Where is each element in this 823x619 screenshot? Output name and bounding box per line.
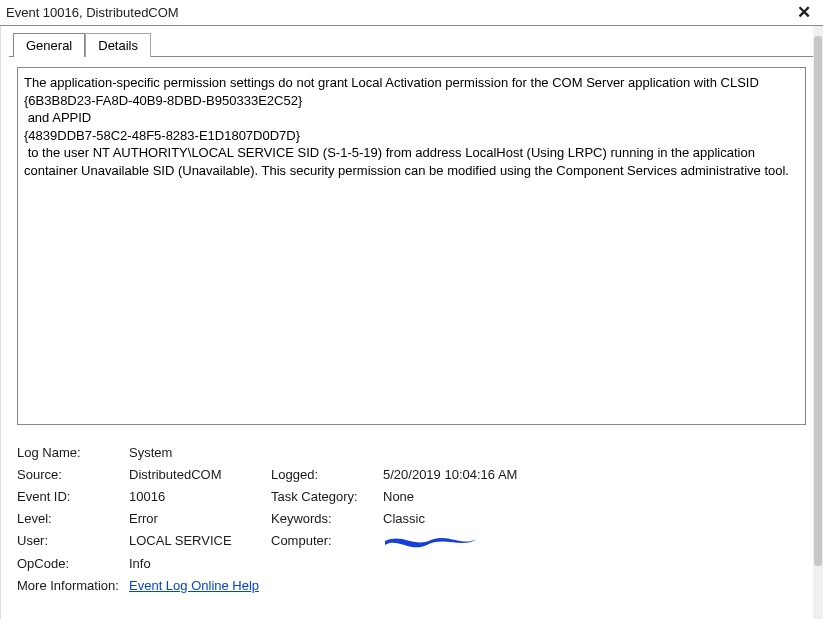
value-logged: 5/20/2019 10:04:16 AM xyxy=(383,467,806,482)
label-source: Source: xyxy=(17,467,127,482)
label-computer: Computer: xyxy=(271,533,381,549)
scrollbar-thumb[interactable] xyxy=(814,36,822,566)
tab-details-label: Details xyxy=(98,38,138,53)
tab-body-general: The application-specific permission sett… xyxy=(9,56,814,609)
tab-strip: General Details xyxy=(9,32,814,57)
close-icon[interactable]: ✕ xyxy=(793,4,815,21)
meta-grid: Log Name: System Source: DistributedCOM … xyxy=(17,445,806,593)
event-log-help-link[interactable]: Event Log Online Help xyxy=(129,578,259,593)
event-properties-window: Event 10016, DistributedCOM ✕ General De… xyxy=(0,0,823,619)
titlebar: Event 10016, DistributedCOM ✕ xyxy=(0,0,823,26)
label-log-name: Log Name: xyxy=(17,445,127,460)
label-user: User: xyxy=(17,533,127,549)
value-level: Error xyxy=(129,511,269,526)
redaction-mark-icon xyxy=(383,535,475,549)
label-logged: Logged: xyxy=(271,467,381,482)
label-event-id: Event ID: xyxy=(17,489,127,504)
label-keywords: Keywords: xyxy=(271,511,381,526)
tab-details[interactable]: Details xyxy=(85,33,151,57)
value-task-category: None xyxy=(383,489,806,504)
content-area: General Details The application-specific… xyxy=(0,26,823,619)
value-user: LOCAL SERVICE xyxy=(129,533,269,549)
value-opcode: Info xyxy=(129,556,269,571)
window-title: Event 10016, DistributedCOM xyxy=(6,5,179,20)
label-level: Level: xyxy=(17,511,127,526)
tab-general-label: General xyxy=(26,38,72,53)
scrollbar-track[interactable] xyxy=(813,26,823,619)
label-task-category: Task Category: xyxy=(271,489,381,504)
label-opcode: OpCode: xyxy=(17,556,127,571)
tab-general[interactable]: General xyxy=(13,33,85,57)
event-description[interactable]: The application-specific permission sett… xyxy=(17,67,806,425)
value-event-id: 10016 xyxy=(129,489,269,504)
value-computer-redacted xyxy=(383,533,806,549)
value-keywords: Classic xyxy=(383,511,806,526)
label-more-info: More Information: xyxy=(17,578,127,593)
value-log-name: System xyxy=(129,445,269,460)
value-source: DistributedCOM xyxy=(129,467,269,482)
